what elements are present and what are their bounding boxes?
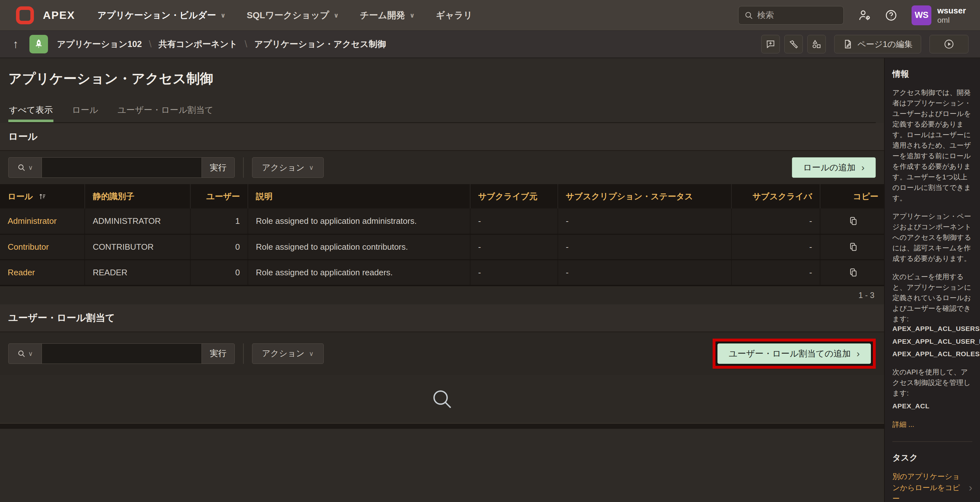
run-app-button[interactable] [929,35,969,53]
users-count-cell: 0 [190,260,248,285]
assignments-search-group: ∨ 実行 [8,343,235,364]
roles-go-button[interactable]: 実行 [202,157,235,178]
view-tabs: すべて表示 ロール ユーザー・ロール割当て [8,104,876,123]
nav-sql-workshop[interactable]: SQLワークショップ ∨ [247,9,339,21]
copy-role-button[interactable] [820,208,886,234]
copy-role-button[interactable] [820,260,886,285]
breadcrumb-separator: \ [149,39,151,49]
assignments-region-title: ユーザー・ロール割当て [0,304,884,332]
static-id-cell: CONTRIBUTOR [85,234,190,260]
info-paragraph: アクセス制御では、開発者はアプリケーション・ユーザーおよびロールを定義する必要が… [892,87,972,203]
avatar[interactable]: WS [912,5,931,25]
pagination: 1 - 3 [0,286,884,304]
oracle-logo-icon[interactable] [16,6,34,24]
info-paragraph: 次のAPIを使用して、アクセス制御設定を管理します: [892,367,972,399]
nav-team-dev[interactable]: チーム開発 ∨ [360,9,415,21]
description-cell: Role assigned to application contributor… [248,234,470,260]
up-level-icon[interactable]: ↑ [13,37,19,51]
subscriber-cell: - [732,208,820,234]
assignments-go-button[interactable]: 実行 [202,343,235,364]
col-subscribed-from[interactable]: サブクライブ元 [470,184,558,208]
global-search[interactable] [738,6,844,25]
tab-user-role-assignments[interactable]: ユーザー・ロール割当て [117,104,214,122]
chevron-right-icon: › [861,162,864,173]
roles-search-input[interactable] [41,157,202,178]
role-link[interactable]: Contributor [8,242,49,252]
workspace-name: oml [937,16,966,25]
breadcrumb-shared-components[interactable]: 共有コンポーネント [159,38,238,50]
subscriber-cell: - [732,234,820,260]
roles-table: ロール 静的識別子 ユーザー 説明 サブクライブ元 [0,184,886,286]
add-role-button[interactable]: ロールの追加 › [792,157,876,178]
shapes-icon [811,39,822,49]
acl-views-list: APEX_APPL_ACL_USERS APEX_APPL_ACL_USER_R… [892,324,972,359]
users-count-cell: 0 [190,234,248,260]
table-row: Reader READER 0 Role assigned to applica… [0,260,886,285]
utilities-button[interactable] [784,35,803,53]
help-icon[interactable] [885,9,897,22]
feedback-bubble-icon [765,39,776,49]
assignments-region: ユーザー・ロール割当て ∨ 実行 アクション ∨ [0,304,884,429]
task-item[interactable]: 別のアプリケーションからロールをコピー › [892,471,972,502]
page-head: アプリケーション・アクセス制御 すべて表示 ロール ユーザー・ロール割当て [0,58,884,123]
nav-app-builder[interactable]: アプリケーション・ビルダー ∨ [97,9,226,21]
subscription-status-cell: - [558,208,732,234]
edit-page-label: ページ1の編集 [858,39,913,50]
col-role[interactable]: ロール [0,184,85,208]
copy-roles-task-link[interactable]: 別のアプリケーションからロールをコピー [892,471,966,502]
users-count-cell: 1 [190,208,248,234]
page-edit-icon [843,39,853,49]
chevron-right-icon: › [969,479,972,496]
sort-asc-icon [38,192,47,200]
chevron-down-icon: ∨ [334,11,339,19]
global-search-input[interactable] [757,10,864,20]
toolbar-separator [243,157,244,178]
brand-apex: APEX [43,9,75,21]
edit-page-button[interactable]: ページ1の編集 [834,35,921,53]
feedback-button[interactable] [761,35,780,53]
assignments-actions-button[interactable]: アクション ∨ [252,343,324,364]
chevron-down-icon: ∨ [309,350,314,357]
table-row: Administrator ADMINISTRATOR 1 Role assig… [0,208,886,234]
roles-region-title: ロール [0,123,884,151]
nav-gallery[interactable]: ギャラリ [436,9,473,21]
info-heading: 情報 [892,68,972,80]
description-cell: Role assigned to application administrat… [248,208,470,234]
role-link[interactable]: Administrator [8,216,57,226]
tab-show-all[interactable]: すべて表示 [8,104,53,122]
roles-region: ロール ∨ 実行 アクション ∨ [0,123,884,304]
static-id-cell: READER [85,260,190,285]
col-copy[interactable]: コピー [820,184,886,208]
add-user-role-assignment-button[interactable]: ユーザー・ロール割当ての追加 › [718,343,871,364]
col-static-id[interactable]: 静的識別子 [85,184,190,208]
roles-table-header-row: ロール 静的識別子 ユーザー 説明 サブクライブ元 [0,184,886,208]
subscription-status-cell: - [558,234,732,260]
tab-roles[interactable]: ロール [71,104,99,122]
shared-components-button[interactable] [807,35,826,53]
tasks-heading: タスク [892,451,972,464]
info-paragraph: アプリケーション・ページおよびコンポーネントへのアクセスを制御するには、認可スキ… [892,211,972,264]
chevron-down-icon: ∨ [220,11,226,19]
more-details-link[interactable]: 詳細 ... [892,419,914,430]
role-link[interactable]: Reader [8,268,35,277]
col-description[interactable]: 説明 [248,184,470,208]
col-subscriber[interactable]: サブスクライバ [732,184,820,208]
breadcrumb-separator: \ [245,39,247,49]
col-users[interactable]: ユーザー [190,184,248,208]
breadcrumb-application[interactable]: アプリケーション102 [57,38,142,50]
chevron-down-icon: ∨ [409,11,415,19]
search-icon [744,11,753,20]
roles-actions-button[interactable]: アクション ∨ [252,157,324,178]
admin-tools-icon[interactable] [858,9,870,22]
copy-role-button[interactable] [820,234,886,260]
table-row: Contributor CONTRIBUTOR 0 Role assigned … [0,234,886,260]
user-name: wsuser [937,6,966,16]
region-end-bar [0,424,884,429]
assignments-search-input[interactable] [41,343,202,364]
toolbar-separator [243,343,244,364]
app-rocket-icon[interactable] [29,35,48,53]
play-icon [943,39,955,49]
search-options-button[interactable]: ∨ [8,157,41,178]
search-options-button[interactable]: ∨ [8,343,41,364]
col-subscription-status[interactable]: サブスクリプション・ステータス [558,184,732,208]
